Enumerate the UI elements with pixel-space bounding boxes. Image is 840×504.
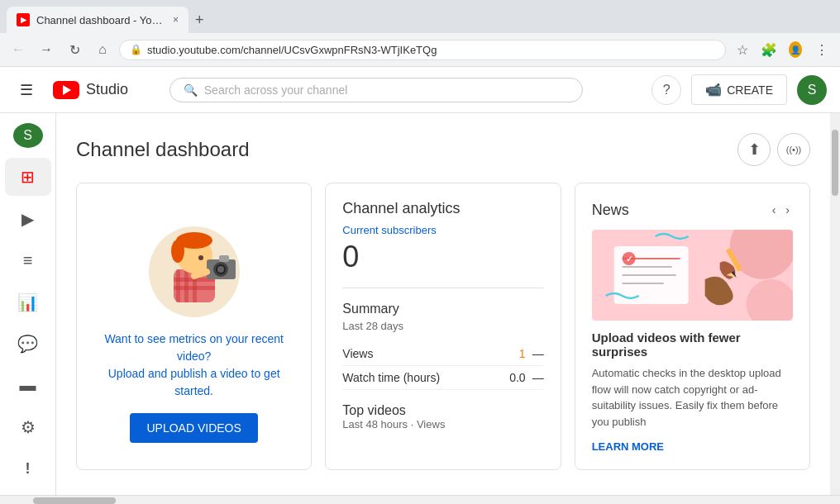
analytics-card: Channel analytics Current subscribers 0 …	[325, 183, 561, 470]
content-icon: ▶	[21, 209, 34, 229]
bookmark-button[interactable]: ☆	[731, 38, 754, 61]
stat-number-watchtime: 0.0	[509, 371, 525, 384]
close-tab-button[interactable]: ×	[173, 14, 179, 26]
sidebar-avatar-letter: S	[23, 128, 32, 143]
news-nav: ‹ ›	[769, 200, 793, 220]
news-card: News ‹ ›	[575, 183, 810, 470]
bottom-scrollbar[interactable]	[0, 495, 840, 504]
dashboard-grid: Want to see metrics on your recent video…	[76, 183, 810, 470]
tab-favicon: ▶	[17, 13, 30, 26]
address-bar[interactable]: 🔒 studio.youtube.com/channel/UCsvGxwpnFR…	[119, 40, 726, 60]
analytics-icon: 📊	[17, 292, 38, 312]
news-header: News ‹ ›	[592, 200, 793, 220]
scroll-thumb	[832, 130, 838, 196]
playlists-icon: ≡	[23, 251, 33, 270]
top-videos-title: Top videos	[342, 403, 543, 418]
comments-icon: 💬	[17, 334, 38, 354]
content-area: Channel dashboard ⬆ ((•))	[56, 113, 830, 495]
main-layout: S ⊞ ▶ ≡ 📊 💬 ▬ ⚙ !	[0, 113, 840, 495]
stat-label-watchtime: Watch time (hours)	[342, 371, 440, 384]
toolbar-actions: ☆ 🧩 👤 ⋮	[731, 38, 833, 61]
divider	[342, 288, 543, 288]
sidebar-item-feedback[interactable]: !	[5, 450, 51, 489]
tab-bar: ▶ Channel dashboard - YouTube S… × +	[0, 0, 840, 33]
news-title: News	[592, 202, 629, 219]
help-button[interactable]: ?	[651, 75, 681, 105]
upload-videos-button[interactable]: UPLOAD VIDEOS	[130, 413, 257, 443]
news-next-button[interactable]: ›	[782, 200, 793, 220]
go-live-button[interactable]: ((•))	[777, 133, 810, 166]
subscribers-label: Current subscribers	[342, 224, 543, 236]
search-icon: 🔍	[184, 83, 198, 97]
subscribers-count: 0	[342, 240, 543, 274]
browser-toolbar: ← → ↻ ⌂ 🔒 studio.youtube.com/channel/UCs…	[0, 33, 840, 66]
top-nav: ☰ Studio 🔍 ? 📹 CREATE S	[0, 67, 840, 113]
subtitles-icon: ▬	[20, 376, 36, 395]
studio-text: Studio	[86, 81, 128, 98]
summary-subtitle: Last 28 days	[342, 320, 543, 332]
sidebar-item-content[interactable]: ▶	[5, 199, 51, 238]
news-article-text: Automatic checks in the desktop upload f…	[592, 365, 793, 430]
feedback-icon: !	[26, 460, 31, 478]
home-button[interactable]: ⌂	[91, 38, 114, 61]
extensions-button[interactable]: 🧩	[757, 38, 780, 61]
hamburger-menu-button[interactable]: ☰	[13, 74, 40, 106]
tab-title: Channel dashboard - YouTube S…	[36, 14, 163, 26]
question-mark-icon: ?	[663, 83, 671, 97]
youtube-logo-icon	[53, 81, 79, 99]
search-input-wrap: 🔍	[169, 78, 583, 102]
sidebar: S ⊞ ▶ ≡ 📊 💬 ▬ ⚙ !	[0, 113, 56, 495]
bottom-scroll-thumb	[33, 497, 116, 504]
sidebar-item-settings[interactable]: ⚙	[5, 408, 51, 447]
search-bar: 🔍	[169, 78, 583, 102]
sidebar-item-dashboard[interactable]: ⊞	[5, 158, 51, 197]
stat-label-views: Views	[342, 347, 373, 360]
summary-title: Summary	[342, 302, 543, 316]
stat-value-views: 1 —	[519, 347, 544, 360]
news-prev-button[interactable]: ‹	[769, 200, 780, 220]
top-videos-subtitle: Last 48 hours · Views	[342, 418, 543, 430]
camera-icon: 📹	[705, 82, 722, 97]
stat-row-views: Views 1 —	[342, 342, 543, 366]
upload-icon-button[interactable]: ⬆	[737, 133, 771, 166]
create-button[interactable]: 📹 CREATE	[691, 74, 787, 105]
learn-more-button[interactable]: LEARN MORE	[592, 440, 664, 453]
sidebar-item-subtitles[interactable]: ▬	[5, 366, 51, 405]
forward-button[interactable]: →	[35, 38, 58, 61]
logo[interactable]: Studio	[53, 81, 128, 99]
analytics-title: Channel analytics	[342, 200, 543, 217]
upload-card-text: Want to see metrics on your recent video…	[93, 330, 294, 400]
search-input[interactable]	[204, 83, 569, 97]
new-tab-button[interactable]: +	[189, 8, 211, 32]
svg-rect-6	[174, 286, 215, 290]
avatar-letter: S	[808, 83, 817, 97]
back-button[interactable]: ←	[7, 38, 30, 61]
settings-icon: ⚙	[21, 417, 36, 437]
stat-change-watchtime: —	[532, 371, 544, 384]
sidebar-item-analytics[interactable]: 📊	[5, 283, 51, 321]
stat-row-watchtime: Watch time (hours) 0.0 —	[342, 366, 543, 390]
url-text: studio.youtube.com/channel/UCsvGxwpnFRsN…	[147, 44, 437, 56]
profile-extension-button[interactable]: 👤	[784, 38, 807, 61]
upload-text-line2: Upload and publish a video to get starte…	[108, 367, 280, 397]
active-tab[interactable]: ▶ Channel dashboard - YouTube S… ×	[7, 7, 189, 33]
chrome-menu-button[interactable]: ⋮	[810, 38, 833, 61]
sidebar-avatar[interactable]: S	[13, 123, 43, 148]
create-label: CREATE	[727, 83, 773, 97]
sidebar-item-comments[interactable]: 💬	[5, 325, 51, 364]
refresh-button[interactable]: ↻	[63, 38, 86, 61]
upload-illustration	[128, 210, 260, 317]
page-title: Channel dashboard	[76, 138, 250, 161]
upload-card: Want to see metrics on your recent video…	[76, 183, 312, 470]
user-avatar[interactable]: S	[797, 75, 827, 105]
upload-arrow-icon: ⬆	[748, 140, 761, 159]
dashboard-icon: ⊞	[21, 167, 35, 187]
live-icon: ((•))	[786, 145, 802, 155]
svg-point-9	[171, 240, 184, 263]
sidebar-item-playlists[interactable]: ≡	[5, 241, 51, 280]
right-scrollbar[interactable]	[830, 113, 840, 495]
browser-chrome: ▶ Channel dashboard - YouTube S… × + ← →…	[0, 0, 840, 67]
svg-rect-14	[219, 255, 229, 262]
stat-change-views: —	[532, 347, 544, 360]
svg-text:✓: ✓	[625, 254, 632, 264]
